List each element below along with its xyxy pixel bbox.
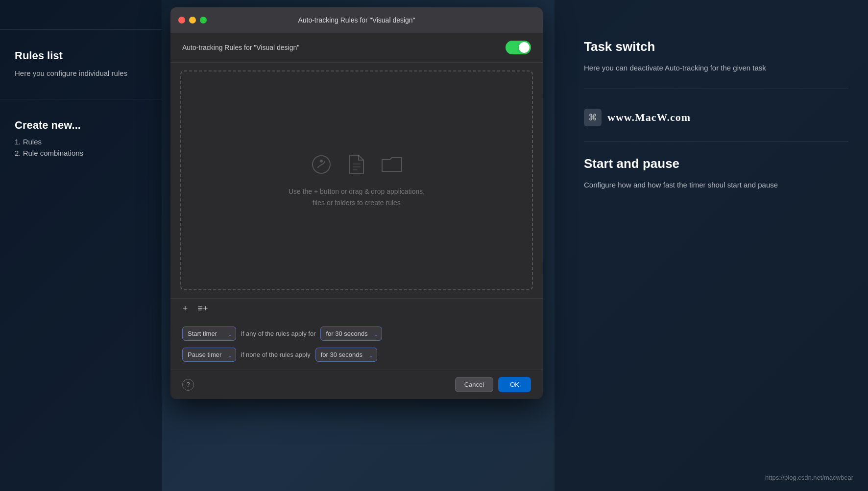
rules-section: Start timer Pause timer Stop timer if an… bbox=[170, 319, 543, 370]
drop-text: Use the + button or drag & drop applicat… bbox=[289, 186, 425, 208]
dialog-title: Auto-tracking Rules for "Visual design" bbox=[298, 16, 415, 24]
rule-row-1: Start timer Pause timer Stop timer if an… bbox=[182, 327, 531, 341]
macw-logo-icon: ⌘ bbox=[584, 109, 602, 126]
create-new-title: Create new... bbox=[15, 119, 147, 132]
toggle-switch[interactable] bbox=[506, 41, 531, 54]
folder-icon bbox=[380, 153, 404, 176]
rule2-action-select[interactable]: Start timer Pause timer Stop timer bbox=[182, 348, 236, 362]
task-switch-title: Task switch bbox=[584, 39, 848, 54]
add-rule-button[interactable]: + bbox=[178, 302, 192, 316]
macw-logo-text: www.MacW.com bbox=[607, 111, 691, 124]
start-pause-title: Start and pause bbox=[584, 156, 848, 171]
rule1-condition-text: if any of the rules apply for bbox=[241, 330, 315, 337]
sidebar-divider-mid bbox=[0, 99, 162, 99]
rule1-action-wrapper[interactable]: Start timer Pause timer Stop timer bbox=[182, 327, 236, 341]
title-bar: Auto-tracking Rules for "Visual design" bbox=[170, 7, 543, 33]
toggle-knob bbox=[519, 42, 530, 53]
right-divider-2 bbox=[584, 141, 848, 141]
help-button[interactable]: ? bbox=[182, 379, 194, 391]
svg-point-1 bbox=[320, 160, 323, 163]
macw-logo-row: ⌘ www.MacW.com bbox=[584, 109, 848, 126]
ok-button[interactable]: OK bbox=[498, 377, 531, 392]
bottom-bar: ? Cancel OK bbox=[170, 370, 543, 399]
window-controls bbox=[178, 17, 207, 23]
toolbar: + ≡+ bbox=[170, 298, 543, 319]
dialog-buttons: Cancel OK bbox=[455, 377, 531, 392]
rule2-duration-select[interactable]: for 5 seconds for 10 seconds for 30 seco… bbox=[315, 348, 377, 362]
drop-icons bbox=[310, 153, 404, 176]
right-divider-1 bbox=[584, 89, 848, 89]
sidebar-section-rules-list: Rules list Here you configure individual… bbox=[15, 49, 147, 79]
right-section-start-pause: Start and pause Configure how and how fa… bbox=[584, 156, 848, 191]
import-rule-button[interactable]: ≡+ bbox=[196, 302, 210, 316]
create-new-list: 1. Rules 2. Rule combinations bbox=[15, 138, 147, 157]
toggle-row: Auto-tracking Rules for "Visual design" bbox=[170, 33, 543, 63]
rules-list-text: Here you configure individual rules bbox=[15, 68, 147, 79]
file-icon bbox=[345, 153, 368, 176]
url-text: https://blog.csdn.net/macwbear bbox=[765, 474, 853, 481]
sidebar-divider-top bbox=[0, 29, 162, 30]
cancel-button[interactable]: Cancel bbox=[455, 377, 493, 392]
create-new-item-1: 1. Rules bbox=[15, 138, 147, 146]
drop-text-line2: files or folders to create rules bbox=[313, 199, 401, 207]
rule1-action-select[interactable]: Start timer Pause timer Stop timer bbox=[182, 327, 236, 341]
rule-row-2: Start timer Pause timer Stop timer if no… bbox=[182, 348, 531, 362]
start-pause-text: Configure how and how fast the timer sho… bbox=[584, 179, 848, 191]
drop-zone[interactable]: Use the + button or drag & drop applicat… bbox=[180, 70, 533, 290]
minimize-button[interactable] bbox=[189, 17, 196, 23]
task-switch-text: Here you can deactivate Auto-tracking fo… bbox=[584, 62, 848, 74]
create-new-item-2: 2. Rule combinations bbox=[15, 149, 147, 157]
maximize-button[interactable] bbox=[200, 17, 207, 23]
app-icon bbox=[310, 153, 333, 176]
left-sidebar: Rules list Here you configure individual… bbox=[0, 0, 162, 491]
rule1-duration-select[interactable]: for 5 seconds for 10 seconds for 30 seco… bbox=[320, 327, 382, 341]
rule2-duration-wrapper[interactable]: for 5 seconds for 10 seconds for 30 seco… bbox=[315, 348, 377, 362]
right-section-task-switch: Task switch Here you can deactivate Auto… bbox=[584, 39, 848, 74]
toggle-label: Auto-tracking Rules for "Visual design" bbox=[182, 44, 299, 51]
modal-dialog: Auto-tracking Rules for "Visual design" … bbox=[170, 7, 543, 399]
right-panel: Task switch Here you can deactivate Auto… bbox=[555, 0, 868, 491]
sidebar-section-create-new: Create new... 1. Rules 2. Rule combinati… bbox=[15, 119, 147, 160]
rule2-action-wrapper[interactable]: Start timer Pause timer Stop timer bbox=[182, 348, 236, 362]
rules-list-title: Rules list bbox=[15, 49, 147, 62]
rule2-condition-text: if none of the rules apply bbox=[241, 351, 311, 358]
drop-text-line1: Use the + button or drag & drop applicat… bbox=[289, 187, 425, 195]
rule1-duration-wrapper[interactable]: for 5 seconds for 10 seconds for 30 seco… bbox=[320, 327, 382, 341]
close-button[interactable] bbox=[178, 17, 185, 23]
